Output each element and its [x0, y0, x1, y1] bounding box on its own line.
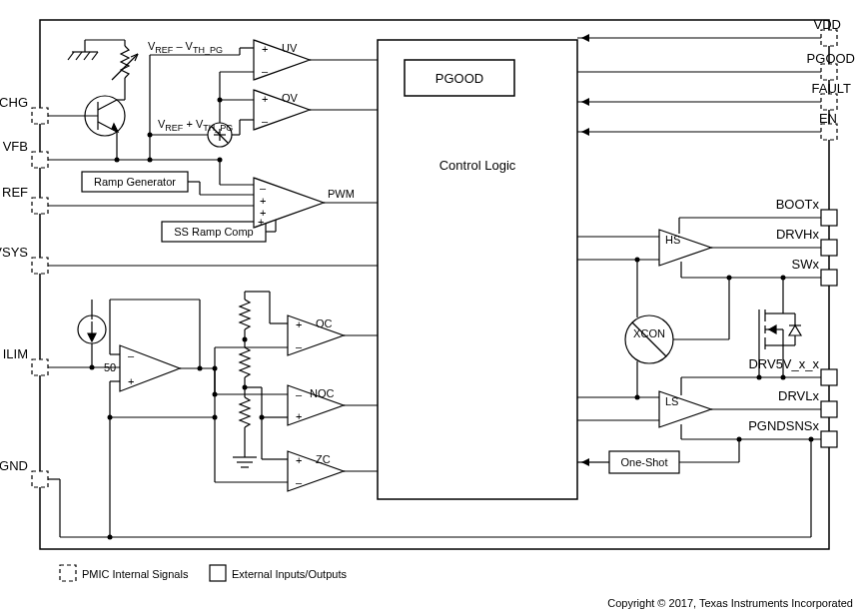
control-logic-label: Control Logic — [439, 158, 516, 173]
svg-text:+: + — [258, 216, 264, 228]
svg-rect-14 — [821, 369, 837, 385]
svg-rect-1 — [32, 108, 48, 124]
svg-rect-11 — [821, 210, 837, 226]
pin-drvlx: DRVLx — [778, 388, 819, 403]
pin-vfb: VFB — [3, 139, 28, 154]
control-logic-block — [378, 40, 577, 499]
bjt-icon — [48, 96, 125, 160]
zc-comparator: + – ZC — [288, 451, 344, 491]
ov-comparator: + – OV — [254, 90, 310, 130]
svg-text:–: – — [262, 115, 269, 127]
svg-rect-9 — [821, 94, 837, 110]
svg-text:–: – — [262, 65, 269, 77]
svg-rect-218 — [210, 565, 226, 581]
opamp-icon: – + — [120, 345, 180, 391]
svg-point-142 — [260, 415, 265, 420]
pin-en: EN — [819, 111, 837, 126]
pgood-block-label: PGOOD — [435, 71, 483, 86]
vref-minus-label: VREF – VTH_PG — [148, 40, 223, 55]
noc-comparator: – + NOC — [288, 385, 344, 425]
svg-text:+: + — [296, 318, 302, 330]
svg-text:LS: LS — [665, 395, 678, 407]
svg-marker-207 — [581, 128, 589, 136]
chassis-ground-icon — [68, 40, 98, 60]
pin-bootx: BOOTx — [776, 197, 820, 212]
legend-external: External Inputs/Outputs — [232, 568, 347, 580]
svg-point-39 — [148, 158, 153, 163]
svg-rect-7 — [821, 30, 837, 46]
xcon-block: XCON — [625, 315, 673, 363]
svg-point-199 — [781, 276, 786, 281]
svg-rect-3 — [32, 198, 48, 214]
pin-vdd: VDD — [814, 17, 841, 32]
svg-marker-209 — [581, 34, 589, 42]
ss-ramp-label: SS Ramp Comp — [174, 226, 253, 238]
svg-text:–: – — [260, 182, 267, 194]
svg-text:ZC: ZC — [316, 453, 331, 465]
pin-ilim: ILIM — [3, 346, 28, 361]
variable-resistor-icon — [112, 46, 138, 80]
svg-line-20 — [68, 52, 74, 60]
svg-point-173 — [635, 258, 640, 263]
pin-swx: SWx — [792, 257, 820, 272]
svg-text:+: + — [262, 43, 268, 55]
svg-text:+: + — [128, 375, 134, 387]
svg-point-202 — [781, 375, 786, 380]
svg-marker-180 — [581, 458, 589, 466]
svg-rect-10 — [821, 124, 837, 140]
svg-rect-12 — [821, 240, 837, 256]
svg-line-21 — [76, 52, 82, 60]
svg-rect-16 — [821, 431, 837, 447]
pin-pgood: PGOOD — [807, 51, 855, 66]
vref-plus-label: VREF + VTH_PG — [158, 118, 233, 133]
pin-vsys: VSYS — [0, 245, 28, 260]
ground-icon — [233, 449, 257, 467]
resistor-chain-icon — [240, 292, 250, 449]
current-source-icon — [78, 300, 106, 367]
svg-text:OV: OV — [282, 92, 299, 104]
svg-text:PWM: PWM — [328, 188, 355, 200]
svg-point-135 — [213, 366, 218, 371]
mosfet-icon — [759, 300, 801, 359]
svg-point-84 — [218, 158, 223, 163]
svg-line-22 — [84, 52, 90, 60]
svg-point-175 — [635, 395, 640, 400]
pin-dchg: DCHG — [0, 95, 28, 110]
svg-text:+: + — [262, 93, 268, 105]
pin-fault: FAULT — [812, 81, 852, 96]
svg-point-131 — [243, 337, 248, 342]
svg-rect-5 — [32, 359, 48, 375]
svg-text:–: – — [296, 476, 303, 488]
oc-comparator: + – OC — [288, 315, 344, 355]
svg-text:+: + — [296, 454, 302, 466]
hs-driver: HS — [659, 230, 711, 266]
legend-pmic: PMIC Internal Signals — [82, 568, 189, 580]
svg-rect-8 — [821, 64, 837, 80]
svg-text:XCON: XCON — [633, 327, 665, 339]
svg-text:+: + — [296, 410, 302, 422]
pin-ref: REF — [2, 185, 28, 200]
svg-rect-217 — [60, 565, 76, 581]
svg-point-137 — [213, 392, 218, 397]
copyright-label: Copyright © 2017, Texas Instruments Inco… — [607, 597, 853, 609]
ls-driver: LS — [659, 391, 711, 427]
svg-marker-194 — [789, 325, 801, 335]
one-shot-label: One-Shot — [620, 456, 667, 468]
uv-comparator: + – UV — [254, 40, 310, 80]
svg-rect-13 — [821, 270, 837, 286]
svg-rect-6 — [32, 471, 48, 487]
pin-pgndsnsx: PGNDSNSx — [748, 418, 819, 433]
svg-rect-4 — [32, 258, 48, 274]
svg-text:–: – — [296, 388, 303, 400]
svg-marker-190 — [769, 325, 776, 333]
ramp-generator-label: Ramp Generator — [94, 176, 176, 188]
svg-point-214 — [809, 437, 814, 442]
svg-rect-2 — [32, 152, 48, 168]
svg-text:OC: OC — [316, 317, 333, 329]
svg-line-23 — [92, 52, 98, 60]
svg-text:NOC: NOC — [310, 387, 335, 399]
svg-text:–: – — [296, 340, 303, 352]
pin-drvhx: DRVHx — [776, 227, 820, 242]
svg-marker-205 — [581, 98, 589, 106]
svg-text:HS: HS — [665, 234, 680, 246]
